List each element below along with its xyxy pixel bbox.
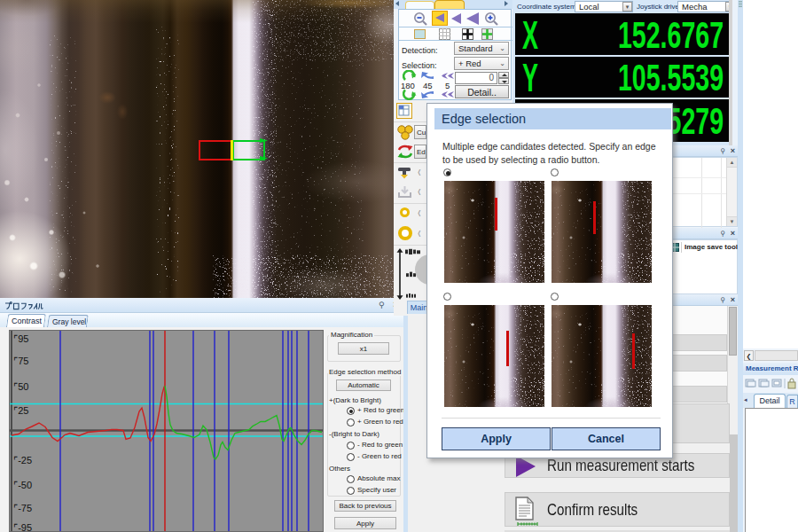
- svg-text:X: X: [522, 13, 538, 55]
- svg-text:Y: Y: [522, 57, 538, 98]
- svg-text:152.6767: 152.6767: [618, 14, 724, 55]
- svg-text:105.5539: 105.5539: [618, 57, 724, 98]
